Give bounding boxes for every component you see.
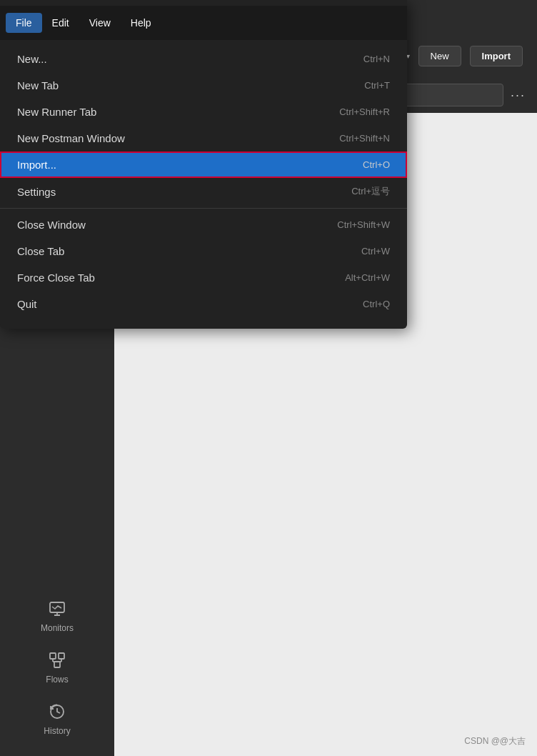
sidebar-item-flows[interactable]: Flows [0,642,114,693]
menu-item-new-postman-shortcut: Ctrl+Shift+N [339,133,390,144]
sidebar-monitors-label: Monitors [41,623,74,633]
menu-item-new-postman-label: New Postman Window [17,132,125,144]
more-options-button[interactable]: ··· [511,88,526,103]
watermark: CSDN @@大吉 [464,735,526,747]
monitor-icon [47,599,67,619]
menu-item-new-runner-shortcut: Ctrl+Shift+R [339,106,390,117]
menu-item-close-window-label: Close Window [17,219,86,231]
menu-item-close-tab-shortcut: Ctrl+W [361,246,390,257]
sidebar-item-monitors[interactable]: Monitors [0,590,114,642]
menu-item-new-runner-tab[interactable]: New Runner Tab Ctrl+Shift+R [0,99,407,125]
menu-item-import[interactable]: Import... Ctrl+O [0,151,407,178]
sidebar-item-history[interactable]: History [0,693,114,745]
sidebar-history-label: History [44,726,70,736]
new-button[interactable]: New [418,46,461,66]
menu-item-close-window[interactable]: Close Window Ctrl+Shift+W [0,212,407,238]
menu-item-import-label: Import... [17,159,56,171]
menu-item-force-close-tab-shortcut: Alt+Ctrl+W [345,272,390,283]
menu-item-new-tab-label: New Tab [17,79,59,91]
menu-item-new-postman-window[interactable]: New Postman Window Ctrl+Shift+N [0,125,407,151]
menu-items: New... Ctrl+N New Tab Ctrl+T New Runner … [0,40,407,323]
menu-item-close-window-shortcut: Ctrl+Shift+W [337,219,390,230]
svg-rect-3 [54,662,60,667]
flows-icon [47,650,67,670]
menu-edit-tab[interactable]: Edit [42,13,79,33]
menu-item-new-tab[interactable]: New Tab Ctrl+T [0,72,407,99]
menu-item-quit-label: Quit [17,298,37,310]
menu-item-force-close-tab[interactable]: Force Close Tab Alt+Ctrl+W [0,264,407,291]
menu-item-quit-shortcut: Ctrl+Q [363,299,390,309]
menu-divider-1 [0,208,407,209]
menu-item-import-shortcut: Ctrl+O [363,159,390,170]
menu-item-new-label: New... [17,53,47,65]
menu-help-tab[interactable]: Help [121,13,161,33]
menu-item-new-runner-label: New Runner Tab [17,106,96,118]
import-button[interactable]: Import [470,46,523,66]
menu-top-bar: File Edit View Help [0,6,407,40]
menu-item-force-close-tab-label: Force Close Tab [17,272,95,284]
menu-item-settings[interactable]: Settings Ctrl+逗号 [0,178,407,205]
menu-view-tab[interactable]: View [79,13,121,33]
menu-item-close-tab[interactable]: Close Tab Ctrl+W [0,238,407,264]
file-menu: File Edit View Help New... Ctrl+N New Ta… [0,0,407,329]
menu-item-quit[interactable]: Quit Ctrl+Q [0,291,407,317]
menu-item-settings-label: Settings [17,186,56,198]
menu-item-new-shortcut: Ctrl+N [363,54,390,64]
menu-item-settings-shortcut: Ctrl+逗号 [351,185,390,198]
svg-rect-2 [59,653,64,659]
menu-file-tab[interactable]: File [6,13,42,33]
menu-item-close-tab-label: Close Tab [17,245,64,257]
menu-item-new-tab-shortcut: Ctrl+T [364,80,390,91]
sidebar-flows-label: Flows [46,675,68,685]
svg-rect-1 [50,653,56,659]
menu-item-new[interactable]: New... Ctrl+N [0,46,407,72]
history-icon [47,702,67,722]
